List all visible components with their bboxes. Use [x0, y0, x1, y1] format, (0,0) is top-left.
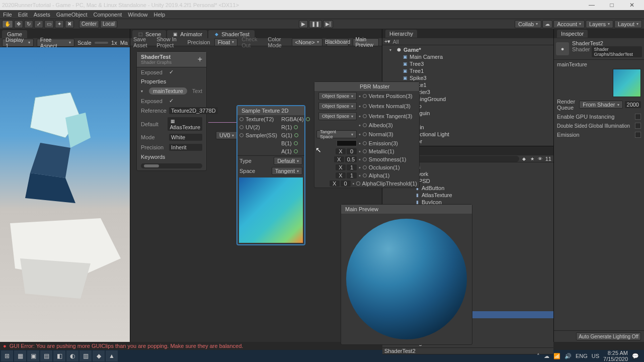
- taskbar-app-7[interactable]: ◆: [93, 350, 105, 361]
- port-in-texture[interactable]: [239, 117, 244, 121]
- edge-maintexture-to-sample[interactable]: [208, 122, 237, 123]
- sample-type-dropdown[interactable]: Default: [274, 157, 302, 165]
- port-out-b[interactable]: [294, 141, 298, 145]
- taskbar-app-1[interactable]: ▦: [14, 350, 26, 361]
- mode-field[interactable]: White: [169, 134, 202, 141]
- mainpreview-toggle[interactable]: Main Preview: [353, 38, 379, 46]
- tray-expand-icon[interactable]: ˄: [537, 353, 540, 359]
- pbr-input-row[interactable]: •Albedo(3): [314, 121, 419, 129]
- hierarchy-item[interactable]: ▣Main Camera: [382, 53, 553, 60]
- port-out-r[interactable]: [294, 125, 298, 129]
- hierarchy-item[interactable]: ▣Tree1: [382, 67, 553, 74]
- step-button[interactable]: ▶|: [323, 20, 334, 28]
- port-in[interactable]: [363, 173, 367, 177]
- hierarchy-search[interactable]: All: [392, 39, 398, 45]
- maintexture-slot[interactable]: [613, 69, 641, 97]
- taskbar-app-2[interactable]: ▣: [27, 350, 39, 361]
- default-field[interactable]: ▦ AtlasTexture: [168, 117, 202, 131]
- space-dropdown[interactable]: Object Space: [318, 112, 357, 120]
- pbr-input-row[interactable]: X0•AlphaClipThreshold(1): [314, 179, 419, 188]
- checkout-button[interactable]: Check Out: [242, 36, 260, 48]
- gpu-instancing-checkbox[interactable]: [635, 114, 641, 120]
- renderqueue-value[interactable]: 2000: [625, 101, 641, 108]
- value-field[interactable]: 1: [347, 172, 357, 178]
- property-maintexture[interactable]: ▾ mainTexture Text: [137, 86, 206, 96]
- add-property-button[interactable]: +: [198, 55, 202, 64]
- space-toggle[interactable]: Local: [100, 20, 117, 28]
- hand-tool-icon[interactable]: ✋: [2, 20, 13, 28]
- pbr-input-row[interactable]: X0.5•Smoothness(1): [314, 155, 419, 163]
- project-item[interactable]: ▮AtlasTexture: [382, 192, 553, 199]
- port-in-uv[interactable]: [239, 125, 244, 129]
- close-icon[interactable]: ✕: [622, 2, 642, 9]
- tray-wifi-icon[interactable]: 📶: [553, 353, 560, 359]
- space-dropdown[interactable]: Tangent Space: [316, 130, 357, 138]
- taskbar-app-3[interactable]: ▤: [40, 350, 52, 361]
- collab-dropdown[interactable]: Collab: [515, 20, 541, 28]
- value-field[interactable]: 0.5: [345, 156, 357, 162]
- move-tool-icon[interactable]: ✥: [14, 20, 23, 28]
- pbr-input-row[interactable]: X1•Alpha(1): [314, 171, 419, 179]
- property-pill[interactable]: mainTexture: [149, 87, 187, 95]
- value-field[interactable]: 0: [347, 148, 357, 154]
- colormode-dropdown[interactable]: <None>: [292, 38, 323, 46]
- autogenerate-button[interactable]: Auto Generate Lighting Off: [576, 332, 641, 340]
- show-in-project-button[interactable]: Show In Project: [156, 36, 183, 48]
- port-in[interactable]: [363, 141, 367, 145]
- layout-dropdown[interactable]: Layout: [614, 20, 642, 28]
- uv-dropdown[interactable]: UV0: [216, 131, 237, 139]
- space-dropdown[interactable]: Object Space: [318, 102, 357, 110]
- value-field[interactable]: 0: [341, 180, 351, 187]
- port-out-rgba[interactable]: [306, 117, 310, 121]
- menu-assets[interactable]: Assets: [34, 12, 50, 18]
- port-in[interactable]: [363, 165, 367, 169]
- system-tray[interactable]: ˄ ☁ 📶 🔊 ENG US 8:25 AM 7/15/2020 💬: [533, 350, 643, 362]
- scale-slider[interactable]: [95, 42, 109, 44]
- blackboard[interactable]: ShaderTest Shader Graphs + Exposed✓ Prop…: [136, 51, 207, 171]
- port-in-sampler[interactable]: [239, 133, 244, 137]
- node-pbr-master[interactable]: PBR Master Object Space•Vertex Position(…: [314, 81, 420, 188]
- play-button[interactable]: ▶: [299, 20, 308, 28]
- color-swatch[interactable]: [337, 140, 357, 146]
- minimize-icon[interactable]: —: [582, 2, 602, 9]
- tab-hierarchy[interactable]: Hierarchy: [385, 30, 417, 38]
- hierarchy-create-button[interactable]: +▾: [384, 38, 390, 45]
- aspect-dropdown[interactable]: Free Aspect: [37, 39, 74, 47]
- sample-space-dropdown[interactable]: Tangent: [272, 167, 302, 175]
- blackboard-toggle[interactable]: Blackboard: [327, 38, 349, 46]
- precision-dropdown[interactable]: Float: [214, 38, 237, 46]
- blackboard-scrollbar[interactable]: [141, 163, 202, 168]
- hierarchy-item[interactable]: ▣Tree3: [382, 60, 553, 67]
- space-dropdown[interactable]: Object Space: [318, 92, 357, 100]
- tab-inspector[interactable]: Inspector: [557, 30, 588, 38]
- error-icon[interactable]: ●: [3, 343, 7, 349]
- menu-help[interactable]: Help: [153, 12, 165, 18]
- taskbar-app-5[interactable]: ◐: [66, 350, 78, 361]
- port-out-g[interactable]: [294, 133, 298, 137]
- taskbar-app-6[interactable]: ▥: [79, 350, 92, 361]
- filter-icon[interactable]: ◆: [521, 156, 527, 162]
- node-sample-texture2d[interactable]: Sample Texture 2D Texture(T2) UV(2) Samp…: [237, 106, 305, 245]
- rect-tool-icon[interactable]: ▭: [44, 20, 54, 28]
- pbr-input-row[interactable]: Object Space•Vertex Tangent(3): [314, 111, 419, 121]
- main-preview-panel[interactable]: Main Preview: [341, 204, 472, 345]
- display-dropdown[interactable]: Display 1: [2, 39, 34, 47]
- transform-tool-icon[interactable]: ✦: [55, 20, 64, 28]
- cloud-icon[interactable]: ☁: [542, 20, 552, 28]
- port-in[interactable]: [363, 104, 367, 108]
- pbr-input-row[interactable]: Tangent Space•Normal(3): [314, 129, 419, 139]
- reference-field[interactable]: Texture2D_3778D: [169, 107, 218, 114]
- pbr-input-row[interactable]: •Emission(3): [314, 139, 419, 147]
- pbr-input-row[interactable]: X0•Metallic(1): [314, 147, 419, 155]
- game-viewport[interactable]: [0, 47, 130, 342]
- pbr-input-row[interactable]: Object Space•Vertex Normal(3): [314, 101, 419, 111]
- port-in[interactable]: [363, 114, 367, 118]
- pivot-toggle[interactable]: Center: [79, 20, 99, 28]
- port-in[interactable]: [363, 149, 367, 153]
- pause-button[interactable]: ❚❚: [309, 20, 322, 28]
- save-asset-button[interactable]: Save Asset: [133, 36, 152, 48]
- hierarchy-item[interactable]: ▣Spike3: [382, 74, 553, 81]
- port-in[interactable]: [363, 132, 367, 136]
- menu-edit[interactable]: Edit: [18, 12, 28, 18]
- menu-window[interactable]: Window: [128, 12, 147, 18]
